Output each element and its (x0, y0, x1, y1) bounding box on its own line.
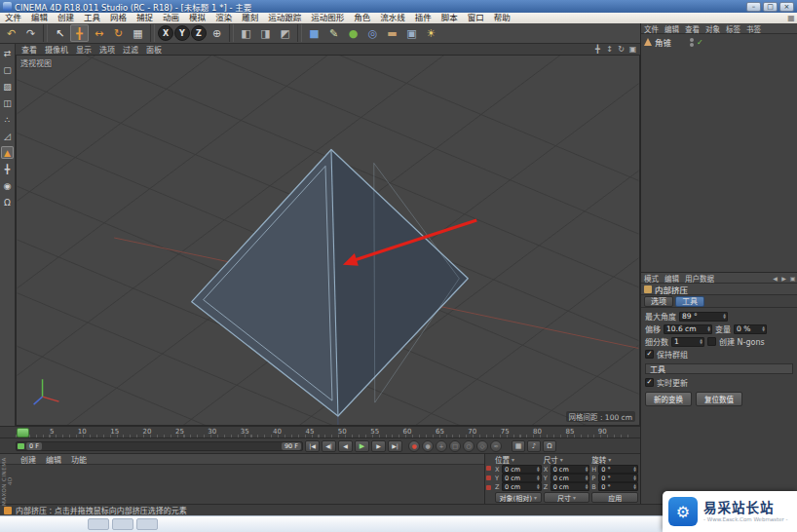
current-frame-marker[interactable] (18, 443, 24, 449)
spinner[interactable]: ▲▼ (700, 339, 702, 345)
viewport-menu-item[interactable]: 摄像机 (41, 44, 72, 55)
menu-item[interactable]: 创建 (53, 13, 79, 23)
coordinate-input[interactable]: 0 cm▲▼ (550, 474, 590, 482)
snap-icon[interactable]: Ω (1, 196, 14, 209)
object-manager-menu-item[interactable]: 书签 (743, 23, 764, 34)
spinner[interactable]: ▲▼ (633, 467, 636, 473)
menu-item[interactable]: 动画 (158, 13, 184, 23)
spinner[interactable]: ▲▼ (537, 467, 540, 473)
polygons-mode-icon[interactable]: ▲ (1, 146, 14, 159)
preserve-groups-checkbox[interactable]: ✓ (645, 350, 654, 359)
new-transform-button[interactable]: 新的变换 (645, 392, 692, 406)
recent-tool-icon[interactable]: ▦ (129, 24, 147, 42)
taskbar-item[interactable] (136, 518, 158, 530)
coordinate-input[interactable]: 0 °▲▼ (598, 474, 638, 482)
attribute-menu-item[interactable]: 用户数据 (682, 273, 717, 284)
model-mode-icon[interactable]: ▢ (1, 63, 14, 76)
solo-icon[interactable]: ◉ (1, 179, 14, 192)
lock-x-button[interactable]: X (158, 25, 173, 41)
subdivision-input[interactable]: 1▲▼ (671, 337, 704, 347)
magnet-icon[interactable]: Ω (543, 440, 556, 452)
range-end-handle[interactable]: 90 F (282, 442, 301, 450)
texture-mode-icon[interactable]: ▨ (1, 80, 14, 93)
render-settings-icon[interactable]: ◩ (276, 24, 294, 42)
pyramid-object[interactable] (192, 149, 469, 416)
apply-button[interactable]: 应用 (591, 492, 638, 503)
spinner[interactable]: ▲▼ (633, 475, 636, 481)
menu-item[interactable]: 编辑 (26, 13, 53, 23)
add-cube-icon[interactable]: ■ (305, 24, 323, 42)
goto-start-button[interactable]: |◀ (305, 440, 320, 452)
playback-mode-icon[interactable]: ▦ (512, 440, 525, 452)
maximize-view-icon[interactable]: ▣ (627, 45, 638, 54)
coordinate-input[interactable]: 0 °▲▼ (598, 465, 638, 474)
close-button[interactable]: × (779, 2, 794, 12)
viewport-menu-item[interactable]: 选项 (95, 44, 119, 55)
attribute-tab[interactable]: 工具 (675, 296, 704, 307)
max-angle-input[interactable]: 89 °▲▼ (679, 312, 728, 322)
visibility-dots-icon[interactable] (690, 38, 694, 47)
menu-item[interactable]: 网格 (105, 13, 132, 23)
viewport-canvas[interactable]: 透视视图 网格间距 : 100 cm (16, 55, 640, 426)
menu-item[interactable]: 插件 (410, 13, 436, 23)
object-name[interactable]: 角锥 (655, 36, 671, 48)
record-position-button[interactable]: + (436, 440, 447, 452)
object-manager-menu-item[interactable]: 对象 (702, 23, 723, 34)
object-row[interactable]: 角锥 ✓ (644, 36, 794, 48)
history-back-icon[interactable]: ◀ (771, 275, 779, 282)
size-mode-dropdown[interactable]: 尺寸▾ (544, 492, 590, 503)
spinner[interactable]: ▲▼ (633, 484, 636, 490)
rotation-header[interactable]: 旋转 (591, 454, 606, 465)
menu-item[interactable]: 窗口 (463, 13, 489, 23)
object-manager-menu-item[interactable]: 标签 (723, 23, 743, 34)
record-parameter-button[interactable]: ◇ (476, 440, 488, 452)
frame-range-slider[interactable]: 0 F 90 F (16, 441, 303, 451)
menu-item[interactable]: 渲染 (210, 13, 237, 23)
menu-item[interactable]: 工具 (79, 13, 105, 23)
titlebar[interactable]: CINEMA 4D R18.011 Studio (RC - R18) - [未… (0, 0, 797, 13)
goto-end-button[interactable]: ▶| (388, 440, 402, 452)
taskbar-item[interactable] (88, 518, 109, 530)
menu-item[interactable]: 脚本 (436, 13, 463, 23)
floor-icon[interactable]: ▬ (383, 24, 401, 42)
record-rotation-button[interactable]: ○ (463, 440, 474, 452)
coordinate-system-icon[interactable]: ⊕ (208, 24, 226, 42)
material-menu-item[interactable]: 功能 (66, 454, 92, 465)
record-scale-button[interactable]: □ (449, 440, 461, 452)
enable-axis-icon[interactable]: ╋ (1, 163, 14, 175)
lock-z-button[interactable]: Z (191, 25, 207, 41)
viewport-menu-item[interactable]: 查看 (18, 44, 41, 55)
menu-item[interactable]: 流水线 (375, 13, 410, 23)
ngons-checkbox[interactable] (707, 337, 716, 346)
record-pla-button[interactable]: ≈ (490, 440, 502, 452)
camera-icon[interactable]: ▣ (402, 24, 421, 42)
size-header[interactable]: 尺寸 (544, 454, 558, 465)
menu-item[interactable]: 运动图形 (306, 13, 349, 23)
layout-switch-icon[interactable]: ▦ (785, 14, 797, 22)
timeline-ruler[interactable]: 051015202530354045505560657075808590 (0, 426, 640, 437)
coordinate-input[interactable]: 0 cm▲▼ (550, 465, 590, 474)
coordinate-input[interactable]: 0 cm▲▼ (502, 482, 542, 491)
scale-tool-icon[interactable]: ↔ (90, 24, 108, 42)
rotate-view-icon[interactable]: ↻ (616, 45, 626, 54)
viewport-menu-item[interactable]: 显示 (72, 44, 95, 55)
subdivision-surface-icon[interactable]: ● (344, 24, 362, 42)
coordinate-input[interactable]: 0 °▲▼ (598, 482, 638, 491)
tool-section-header[interactable]: 工具 (645, 363, 793, 374)
menu-item[interactable]: 模拟 (184, 13, 210, 23)
attribute-menu-item[interactable]: 模式 (641, 273, 662, 284)
prev-key-button[interactable]: ◀| (322, 440, 336, 452)
autokey-button[interactable]: ● (422, 440, 434, 452)
sound-icon[interactable]: ♪ (527, 440, 541, 452)
object-mode-dropdown[interactable]: 对象(相对)▾ (495, 492, 542, 503)
material-menu-item[interactable]: 创建 (16, 454, 41, 465)
position-header[interactable]: 位置 (495, 454, 510, 465)
lock-y-button[interactable]: Y (174, 25, 190, 41)
move-tool-icon[interactable]: ╋ (70, 24, 89, 42)
variance-input[interactable]: 0 %▲▼ (734, 324, 767, 334)
spinner[interactable]: ▲▼ (762, 326, 765, 332)
lock-icon[interactable]: ▣ (788, 275, 797, 282)
record-keyframe-button[interactable]: ● (408, 440, 420, 452)
spinner[interactable]: ▲▼ (707, 326, 710, 332)
redo-icon[interactable]: ↷ (21, 24, 40, 42)
